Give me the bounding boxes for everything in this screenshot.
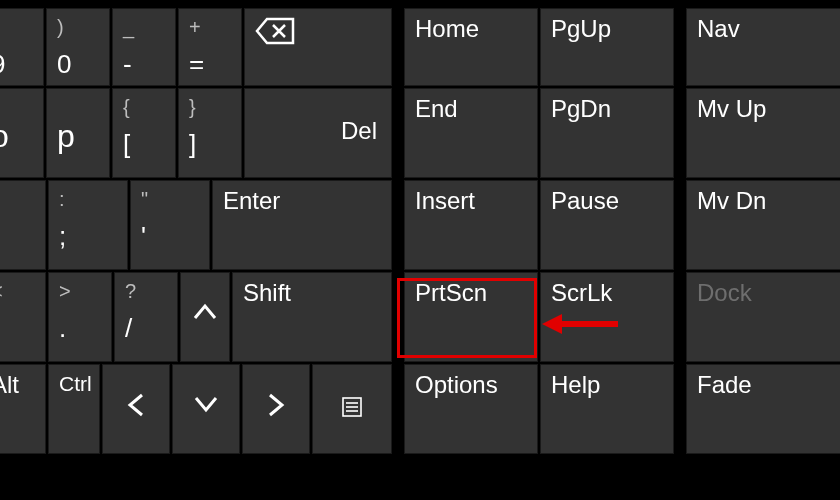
- key-9[interactable]: ( 9: [0, 8, 44, 86]
- key-comma-upper: <: [0, 279, 35, 303]
- key-o[interactable]: o: [0, 88, 44, 178]
- menu-icon: [342, 395, 362, 422]
- key-home-label: Home: [415, 15, 479, 42]
- key-semicolon-lower: ;: [59, 221, 117, 252]
- key-pgup-label: PgUp: [551, 15, 611, 42]
- key-enter-label: Enter: [223, 187, 280, 214]
- key-9-upper: (: [0, 15, 33, 39]
- key-shift-label: Shift: [243, 279, 291, 306]
- key-alt-label: Alt: [0, 371, 19, 398]
- key-9-lower: 9: [0, 49, 33, 80]
- key-dock[interactable]: Dock: [686, 272, 840, 362]
- nav-gap: [674, 0, 686, 500]
- key-options[interactable]: Options: [404, 364, 538, 454]
- key-end[interactable]: End: [404, 88, 538, 178]
- key-l[interactable]: l: [0, 180, 46, 270]
- keyboard-gap: [392, 0, 404, 500]
- key-bracket-right-upper: }: [189, 95, 231, 119]
- key-semicolon[interactable]: : ;: [48, 180, 128, 270]
- key-insert[interactable]: Insert: [404, 180, 538, 270]
- key-up[interactable]: [180, 272, 230, 362]
- key-mvdn-label: Mv Dn: [697, 187, 766, 214]
- key-fade[interactable]: Fade: [686, 364, 840, 454]
- key-mvdn[interactable]: Mv Dn: [686, 180, 840, 270]
- backspace-icon: [255, 23, 295, 50]
- key-pgup[interactable]: PgUp: [540, 8, 674, 86]
- key-help-label: Help: [551, 371, 600, 398]
- key-delete[interactable]: Del: [244, 88, 392, 178]
- key-mvup-label: Mv Up: [697, 95, 766, 122]
- chevron-left-icon: [126, 394, 146, 425]
- key-home[interactable]: Home: [404, 8, 538, 86]
- key-slash[interactable]: ? /: [114, 272, 178, 362]
- key-pause[interactable]: Pause: [540, 180, 674, 270]
- key-delete-label: Del: [341, 117, 377, 144]
- key-o-label: o: [0, 118, 9, 154]
- key-quote-upper: ": [141, 187, 199, 211]
- key-end-label: End: [415, 95, 458, 122]
- key-slash-upper: ?: [125, 279, 167, 303]
- key-ctrl-label: Ctrl: [59, 372, 92, 395]
- key-down[interactable]: [172, 364, 240, 454]
- key-minus[interactable]: _ -: [112, 8, 176, 86]
- key-alt[interactable]: Alt: [0, 364, 46, 454]
- chevron-up-icon: [191, 297, 219, 328]
- key-scrlk[interactable]: ScrLk: [540, 272, 674, 362]
- key-insert-label: Insert: [415, 187, 475, 214]
- key-right[interactable]: [242, 364, 310, 454]
- key-quote[interactable]: " ': [130, 180, 210, 270]
- key-period[interactable]: > .: [48, 272, 112, 362]
- key-pause-label: Pause: [551, 187, 619, 214]
- key-bracket-right-lower: ]: [189, 129, 231, 160]
- key-equals-lower: =: [189, 49, 231, 80]
- key-menu[interactable]: [312, 364, 392, 454]
- key-bracket-left-upper: {: [123, 95, 165, 119]
- key-prtscn-label: PrtScn: [415, 279, 487, 306]
- key-pgdn[interactable]: PgDn: [540, 88, 674, 178]
- key-shift[interactable]: Shift: [232, 272, 392, 362]
- key-0[interactable]: ) 0: [46, 8, 110, 86]
- key-backspace[interactable]: [244, 8, 392, 86]
- key-left[interactable]: [102, 364, 170, 454]
- key-comma[interactable]: < ,: [0, 272, 46, 362]
- key-dock-label: Dock: [697, 279, 752, 306]
- key-minus-upper: _: [123, 15, 165, 39]
- key-equals-upper: +: [189, 15, 231, 39]
- key-semicolon-upper: :: [59, 187, 117, 211]
- chevron-down-icon: [192, 389, 220, 420]
- key-comma-lower: ,: [0, 313, 35, 344]
- key-nav-label: Nav: [697, 15, 740, 42]
- key-slash-lower: /: [125, 313, 167, 344]
- key-period-lower: .: [59, 313, 101, 344]
- key-scrlk-label: ScrLk: [551, 279, 612, 306]
- key-bracket-left-lower: [: [123, 129, 165, 160]
- key-ctrl[interactable]: Ctrl: [48, 364, 100, 454]
- key-pgdn-label: PgDn: [551, 95, 611, 122]
- key-0-lower: 0: [57, 49, 99, 80]
- key-nav[interactable]: Nav: [686, 8, 840, 86]
- key-quote-lower: ': [141, 221, 199, 252]
- key-bracket-right[interactable]: } ]: [178, 88, 242, 178]
- key-options-label: Options: [415, 371, 498, 398]
- key-enter[interactable]: Enter: [212, 180, 392, 270]
- keyboard-panel: ( 9 ) 0 _ - + = o p { [ } ] Del: [0, 0, 840, 500]
- key-p[interactable]: p: [46, 88, 110, 178]
- key-p-label: p: [57, 118, 75, 154]
- key-prtscn[interactable]: PrtScn: [404, 272, 538, 362]
- key-equals[interactable]: + =: [178, 8, 242, 86]
- key-period-upper: >: [59, 279, 101, 303]
- key-minus-lower: -: [123, 49, 165, 80]
- key-help[interactable]: Help: [540, 364, 674, 454]
- key-0-upper: ): [57, 15, 99, 39]
- key-fade-label: Fade: [697, 371, 752, 398]
- key-bracket-left[interactable]: { [: [112, 88, 176, 178]
- chevron-right-icon: [266, 394, 286, 425]
- key-mvup[interactable]: Mv Up: [686, 88, 840, 178]
